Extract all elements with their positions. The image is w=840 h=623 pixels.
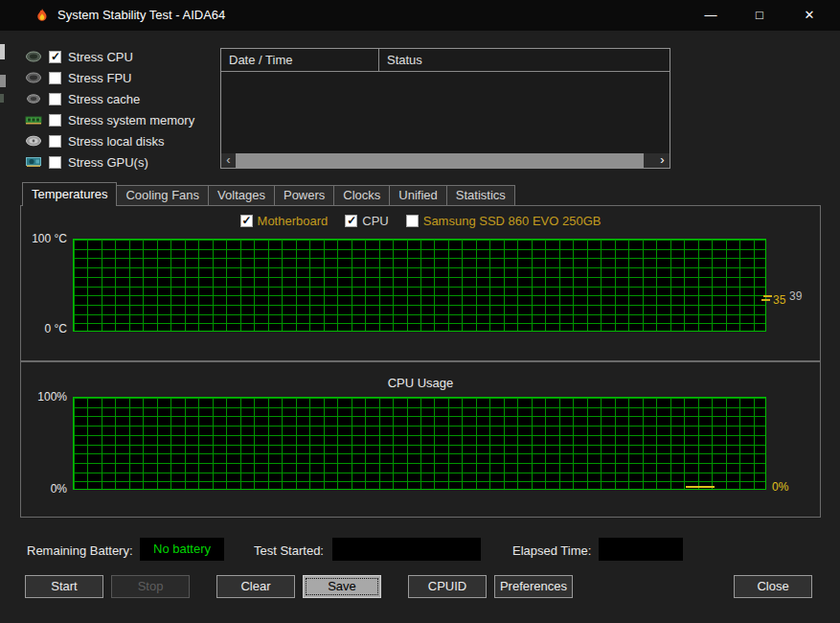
stress-local-disks-option[interactable]: Stress local disks — [25, 132, 164, 150]
elapsed-time-value — [599, 538, 683, 561]
legend-motherboard-checkbox[interactable] — [240, 215, 253, 227]
minimize-icon[interactable]: — — [689, 0, 733, 31]
window-title: System Stability Test - AIDA64 — [57, 8, 225, 22]
column-header-date-time[interactable]: Date / Time — [221, 49, 379, 71]
stress-cache-label: Stress cache — [68, 92, 140, 106]
titlebar: System Stability Test - AIDA64 — □ ✕ — [0, 0, 840, 31]
scrollbar-thumb[interactable] — [236, 153, 644, 168]
tab-clocks[interactable]: Clocks — [333, 185, 390, 206]
fpu-icon — [25, 71, 42, 84]
legend-ssd-checkbox[interactable] — [406, 215, 419, 227]
cpu-usage-chart-panel: CPU Usage 100% 0% 0% — [20, 361, 821, 518]
legend-ssd-label: Samsung SSD 860 EVO 250GB — [423, 214, 602, 228]
stress-system-memory-option[interactable]: Stress system memory — [25, 111, 194, 128]
column-header-status[interactable]: Status — [379, 49, 670, 71]
stress-cache-checkbox[interactable] — [49, 93, 61, 105]
log-table-header: Date / Time Status — [221, 49, 670, 72]
cpu-value-tick — [763, 295, 772, 297]
tab-powers[interactable]: Powers — [274, 185, 334, 206]
save-button[interactable]: Save — [303, 575, 381, 598]
cpu-current-value: 39 — [789, 289, 802, 303]
horizontal-scrollbar[interactable]: ‹ › — [221, 153, 670, 168]
test-started-value — [332, 538, 481, 561]
legend-cpu-checkbox[interactable] — [345, 215, 357, 227]
test-log-table: Date / Time Status ‹ › — [220, 48, 670, 169]
cpu-usage-current-value: 0% — [772, 480, 788, 494]
stress-local-disks-label: Stress local disks — [68, 134, 164, 149]
clear-button[interactable]: Clear — [216, 575, 295, 598]
temperatures-chart-panel: Motherboard CPU Samsung SSD 860 EVO 250G… — [20, 205, 821, 361]
y-axis-label-0pct: 0% — [21, 482, 67, 496]
chart-legend: Motherboard CPU Samsung SSD 860 EVO 250G… — [21, 214, 820, 228]
legend-ssd[interactable]: Samsung SSD 860 EVO 250GB — [406, 214, 602, 228]
tab-unified[interactable]: Unified — [389, 185, 446, 206]
preferences-button[interactable]: Preferences — [494, 575, 573, 598]
close-icon[interactable]: ✕ — [787, 0, 831, 31]
stress-cpu-label: Stress CPU — [68, 50, 133, 64]
legend-cpu-label: CPU — [362, 214, 388, 228]
cpu-usage-chart-title: CPU Usage — [21, 376, 820, 390]
disk-icon — [25, 134, 42, 148]
stop-button: Stop — [111, 575, 190, 598]
desktop-window-artifact — [0, 75, 6, 87]
stress-system-memory-label: Stress system memory — [68, 113, 194, 127]
test-started-label: Test Started: — [254, 543, 324, 558]
legend-motherboard-label: Motherboard — [258, 214, 329, 228]
close-button[interactable]: Close — [734, 575, 812, 598]
tab-voltages[interactable]: Voltages — [208, 185, 275, 206]
cpuid-button[interactable]: CPUID — [408, 575, 487, 598]
stress-gpu-option[interactable]: Stress GPU(s) — [25, 153, 148, 171]
stress-fpu-checkbox[interactable] — [49, 72, 61, 84]
legend-motherboard[interactable]: Motherboard — [240, 214, 329, 228]
stress-gpu-checkbox[interactable] — [49, 156, 61, 169]
temperature-plot-area — [73, 239, 766, 332]
gpu-icon — [25, 155, 42, 169]
y-axis-label-0c: 0 °C — [21, 322, 67, 335]
tab-cooling-fans[interactable]: Cooling Fans — [116, 185, 209, 206]
cpu-icon — [25, 50, 42, 63]
start-button[interactable]: Start — [25, 575, 103, 598]
elapsed-time-label: Elapsed Time: — [512, 543, 591, 558]
cpu-usage-line-segment — [686, 486, 715, 488]
memory-icon — [25, 113, 42, 127]
tab-statistics[interactable]: Statistics — [446, 185, 515, 206]
stress-fpu-label: Stress FPU — [68, 71, 131, 85]
stress-local-disks-checkbox[interactable] — [49, 135, 61, 148]
tab-temperatures[interactable]: Temperatures — [22, 182, 117, 206]
y-axis-label-100pct: 100% — [21, 390, 67, 404]
cpu-usage-plot-area — [73, 397, 766, 490]
tab-bar: Temperatures Cooling Fans Voltages Power… — [23, 182, 515, 206]
desktop-window-artifact — [0, 44, 5, 59]
motherboard-current-value: 35 — [773, 293, 785, 307]
aida64-flame-icon — [34, 8, 50, 23]
stress-fpu-option[interactable]: Stress FPU — [25, 69, 131, 86]
cache-icon — [25, 92, 42, 105]
stress-system-memory-checkbox[interactable] — [49, 114, 61, 127]
scroll-left-arrow-icon[interactable]: ‹ — [221, 153, 236, 168]
maximize-icon[interactable]: □ — [738, 0, 782, 31]
motherboard-value-tick — [761, 299, 770, 301]
legend-cpu[interactable]: CPU — [345, 214, 388, 228]
desktop-window-artifact — [0, 94, 4, 103]
stress-cache-option[interactable]: Stress cache — [25, 90, 140, 107]
scroll-right-arrow-icon[interactable]: › — [655, 153, 670, 168]
remaining-battery-label: Remaining Battery: — [27, 543, 133, 558]
stress-gpu-label: Stress GPU(s) — [68, 155, 148, 170]
stress-cpu-checkbox[interactable] — [49, 51, 61, 63]
y-axis-label-100c: 100 °C — [21, 232, 67, 245]
remaining-battery-value: No battery — [140, 538, 224, 561]
stress-cpu-option[interactable]: Stress CPU — [25, 48, 133, 65]
